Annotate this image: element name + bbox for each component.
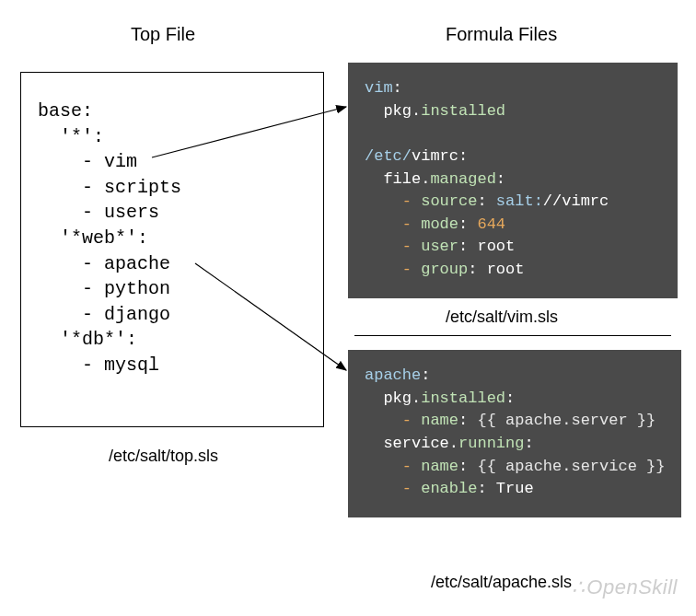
- watermark-text: OpenSkill: [586, 575, 678, 599]
- tf-state-0-1: scripts: [104, 177, 181, 198]
- apache-sls-box: apache: pkg.installed: - name: {{ apache…: [348, 350, 681, 517]
- tf-root: base: [38, 100, 82, 122]
- vim-user: root: [477, 238, 515, 255]
- tf-target-0: '*': [60, 126, 93, 147]
- watermark: ∴OpenSkill: [572, 575, 678, 599]
- apache-svc-name: {{ apache.service }}: [477, 458, 665, 475]
- top-file-box: base: '*': - vim - scripts - users '*web…: [20, 72, 324, 427]
- divider-line: [354, 335, 671, 336]
- caption-apache-sls: /etc/salt/apache.sls: [431, 573, 572, 592]
- tf-state-1-1: python: [104, 278, 170, 299]
- tf-state-2-0: mysql: [104, 354, 159, 376]
- tf-target-1: '*web*': [60, 227, 137, 249]
- tf-state-0-2: users: [104, 202, 159, 223]
- apache-pkg-name: {{ apache.server }}: [477, 412, 655, 429]
- vim-mode: 644: [477, 215, 505, 233]
- heading-top-file: Top File: [131, 24, 195, 45]
- vim-sls-box: vim: pkg.installed /etc/vimrc: file.mana…: [348, 63, 678, 298]
- caption-top-sls: /etc/salt/top.sls: [109, 447, 218, 466]
- heading-formula-files: Formula Files: [446, 24, 557, 45]
- tf-target-2: '*db*': [60, 329, 126, 350]
- apache-enable: True: [496, 480, 534, 497]
- tf-state-0-0: vim: [104, 151, 137, 172]
- tf-state-1-2: django: [104, 304, 170, 325]
- caption-vim-sls: /etc/salt/vim.sls: [446, 308, 558, 327]
- tf-state-1-0: apache: [104, 253, 170, 274]
- vim-group: root: [487, 261, 525, 278]
